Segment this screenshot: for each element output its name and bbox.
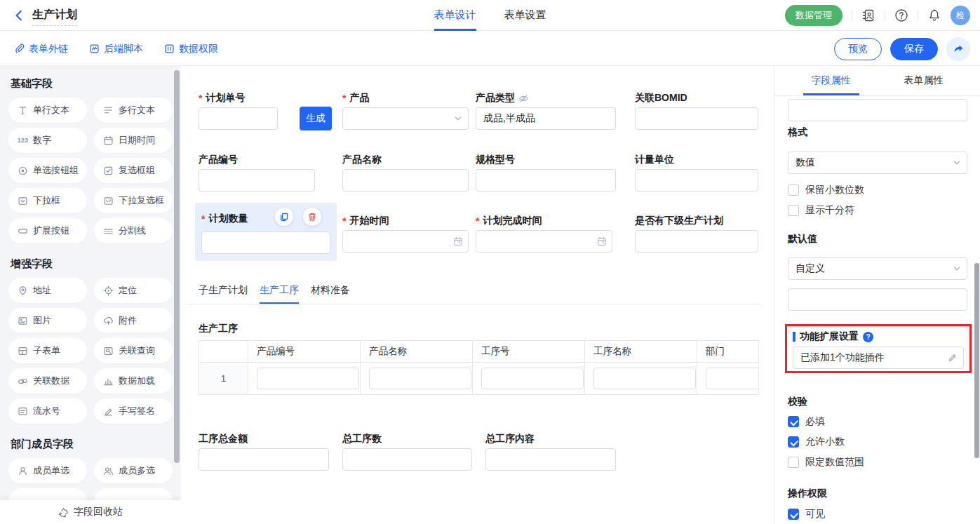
checkbox-icon[interactable] — [788, 184, 799, 196]
field-radio-group[interactable]: 单选按钮组 — [8, 158, 87, 183]
product-code-input[interactable] — [199, 169, 315, 192]
delete-field-button[interactable] — [303, 208, 321, 226]
checkbox-icon[interactable] — [788, 205, 799, 216]
field-has-sub-plan[interactable]: 是否有下级生产计划 — [635, 214, 758, 253]
preview-button[interactable]: 预览 — [834, 38, 882, 60]
start-time-picker[interactable] — [342, 230, 469, 253]
back-icon[interactable] — [13, 9, 25, 22]
field-product-type[interactable]: 产品类型 — [476, 91, 616, 130]
has-sub-plan-input[interactable] — [635, 230, 758, 253]
cell-product-code-input[interactable] — [257, 368, 359, 389]
field-serial-number[interactable]: 流水号 — [8, 398, 87, 424]
cell-product-name-input[interactable] — [369, 368, 471, 389]
notification-bell-icon[interactable] — [927, 8, 941, 22]
checkbox-icon[interactable] — [788, 509, 799, 520]
copy-field-button[interactable] — [275, 208, 293, 226]
field-subform[interactable]: 子表单 — [8, 338, 87, 363]
tab-form-properties[interactable]: 表单属性 — [896, 66, 952, 95]
field-dropdown[interactable]: 下拉框 — [8, 188, 87, 213]
field-product[interactable]: *产品 — [342, 91, 469, 130]
help-icon[interactable] — [894, 8, 908, 22]
tab-field-properties[interactable]: 字段属性 — [803, 66, 859, 95]
finish-time-input[interactable] — [476, 230, 612, 253]
total-content-input[interactable] — [485, 448, 616, 471]
checkbox-visible[interactable]: 可见 — [788, 508, 825, 520]
field-dropdown-multi[interactable]: 下拉复选框 — [94, 188, 173, 213]
save-button[interactable]: 保存 — [890, 38, 938, 60]
plugin-help-icon[interactable]: ? — [863, 332, 873, 342]
sidebar-scrollbar[interactable] — [174, 70, 180, 463]
share-button[interactable] — [946, 37, 970, 61]
field-plan-no[interactable]: *计划单号 生成 — [199, 91, 278, 130]
field-unit[interactable]: 计量单位 — [635, 153, 758, 192]
field-member-single[interactable]: 成员单选 — [8, 458, 87, 483]
field-checkbox-group[interactable]: 复选框组 — [94, 158, 173, 183]
selected-field-plan-qty[interactable]: *计划数量 — [195, 203, 337, 261]
default-value-select[interactable]: 自定义 — [788, 257, 967, 280]
subtab-material-prep[interactable]: 材料准备 — [311, 284, 350, 304]
start-time-input[interactable] — [342, 230, 469, 253]
data-manage-button[interactable]: 数据管理 — [785, 5, 843, 26]
subtab-sub-plan[interactable]: 子生产计划 — [199, 284, 248, 304]
panel-scrollbar[interactable] — [974, 263, 979, 458]
field-recycle-bin[interactable]: 字段回收站 — [0, 500, 181, 524]
field-total-content[interactable]: 总工序内容 — [485, 432, 616, 471]
checkbox-icon[interactable] — [788, 457, 799, 468]
field-address[interactable]: 地址 — [8, 278, 87, 303]
plan-qty-input[interactable] — [201, 231, 330, 254]
checkbox-allow-decimal[interactable]: 允许小数 — [788, 436, 845, 448]
unit-input[interactable] — [635, 169, 758, 192]
product-type-input[interactable] — [476, 107, 616, 130]
total-count-input[interactable] — [342, 448, 472, 471]
user-avatar[interactable]: 检 — [951, 6, 970, 25]
plugin-value-box[interactable]: 已添加1个功能插件 — [793, 347, 964, 369]
checkbox-required[interactable]: 必填 — [788, 415, 825, 428]
field-linked-data[interactable]: 关联数据 — [8, 368, 87, 394]
checkbox-decimal-places[interactable]: 保留小数位数 — [788, 184, 864, 196]
plan-no-input[interactable] — [199, 107, 278, 130]
data-permission-button[interactable]: 数据权限 — [164, 43, 218, 55]
subtab-production-process[interactable]: 生产工序 — [260, 284, 299, 304]
field-product-name[interactable]: 产品名称 — [342, 153, 469, 192]
field-datetime[interactable]: 日期时间 — [94, 128, 173, 153]
field-image[interactable]: 图片 — [8, 308, 87, 333]
checkbox-icon[interactable] — [788, 436, 799, 448]
field-location[interactable]: 定位 — [94, 278, 173, 303]
field-start-time[interactable]: *开始时间 — [342, 214, 469, 253]
generate-button[interactable]: 生成 — [300, 107, 332, 130]
checkbox-thousand-sep[interactable]: 显示千分符 — [788, 204, 854, 217]
field-product-code[interactable]: 产品编号 — [199, 153, 315, 192]
contacts-icon[interactable] — [861, 8, 875, 22]
finish-time-picker[interactable] — [476, 230, 612, 253]
field-data-load[interactable]: 数据加载 — [94, 368, 173, 394]
product-select[interactable] — [342, 107, 469, 130]
checkbox-limit-range[interactable]: 限定数值范围 — [788, 456, 864, 469]
product-name-input[interactable] — [342, 169, 469, 192]
field-extend-button[interactable]: 扩展按钮 — [8, 218, 87, 243]
spec-model-input[interactable] — [476, 169, 616, 192]
cell-process-name-input[interactable] — [593, 368, 696, 389]
field-multi-line-text[interactable]: 多行文本 — [94, 98, 173, 123]
form-link-button[interactable]: 表单外链 — [14, 43, 68, 55]
field-signature[interactable]: 手写签名 — [94, 398, 173, 424]
field-title-input[interactable] — [788, 99, 967, 121]
backend-script-button[interactable]: 后端脚本 — [89, 43, 143, 55]
field-member-multi[interactable]: 成员多选 — [94, 458, 173, 483]
cell-department-input[interactable] — [706, 368, 759, 389]
tab-form-design[interactable]: 表单设计 — [434, 0, 476, 31]
edit-pencil-icon[interactable] — [947, 353, 958, 363]
field-divider[interactable]: 分割线 — [94, 218, 173, 243]
tab-form-settings[interactable]: 表单设置 — [504, 0, 546, 31]
field-spec-model[interactable]: 规格型号 — [476, 153, 616, 192]
total-amount-input[interactable] — [199, 448, 329, 471]
format-select[interactable]: 数值 — [788, 152, 967, 174]
field-total-count[interactable]: 总工序数 — [342, 432, 472, 471]
default-value-input[interactable] — [788, 288, 967, 311]
field-total-amount[interactable]: 工序总金额 — [199, 432, 329, 471]
field-linked-query[interactable]: 关联查询 — [94, 338, 173, 363]
checkbox-icon[interactable] — [788, 416, 799, 427]
field-bom-id[interactable]: 关联BOMID — [635, 91, 758, 130]
field-single-line-text[interactable]: 单行文本 — [8, 98, 87, 123]
bom-id-input[interactable] — [635, 107, 758, 130]
field-number[interactable]: 123数字 — [8, 128, 87, 153]
